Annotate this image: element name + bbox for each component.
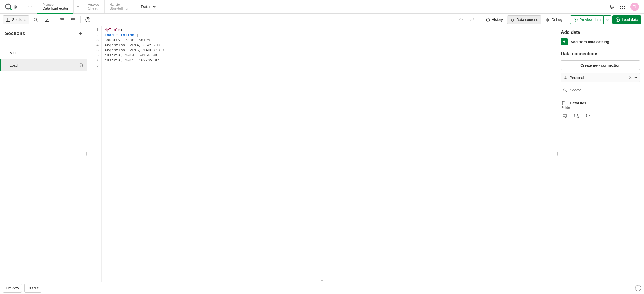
svg-rect-4 [622,5,623,5]
code-editor[interactable]: 1 2 3 4 5 6 7 8 MyTable: Load * Inline [… [87,26,557,282]
tab-narrate[interactable]: Narrate Storytelling [105,0,133,13]
load-data-label: Load data [622,17,638,22]
delete-section-button[interactable] [79,63,83,67]
collapse-data-panel-handle[interactable]: || [557,150,557,158]
history-button[interactable]: History [482,15,506,24]
comment-toggle-button[interactable] [42,15,52,24]
svg-rect-10 [622,8,623,9]
svg-line-33 [548,21,549,21]
drag-handle-icon[interactable]: ⠿ [4,50,7,55]
svg-rect-5 [624,5,625,5]
app-name-dropdown[interactable]: Data [133,0,164,13]
refresh-connection-button[interactable] [586,114,590,118]
connection-type: Folder [561,106,640,110]
indent-button[interactable] [57,15,67,24]
tab-analyze[interactable]: Analyze Sheet [83,0,104,13]
svg-point-36 [565,76,566,78]
section-label: Load [10,63,18,67]
svg-rect-16 [45,18,49,21]
tab-caret[interactable] [74,0,83,13]
comment-icon [45,18,49,22]
preview-data-button[interactable]: Preview data [570,15,604,24]
outdent-button[interactable] [68,15,78,24]
preview-icon [573,17,578,22]
svg-line-1 [10,8,11,10]
svg-rect-3 [620,5,621,5]
apps-grid-icon[interactable] [620,4,625,10]
section-item-main[interactable]: ⠿ Main [0,47,87,59]
insert-connection-button[interactable] [563,114,567,118]
folder-icon [562,101,567,105]
svg-line-32 [546,21,547,21]
create-connection-button[interactable]: Create new connection [561,60,640,70]
select-data-button[interactable] [574,114,579,118]
search-icon [33,17,38,22]
svg-line-17 [46,19,47,21]
avatar[interactable]: TL [630,3,639,11]
bottom-bar: Preview Output i [0,282,644,294]
space-selector[interactable]: Personal ✕ [561,73,640,82]
tab-prepare-bottom: Data load editor [43,6,68,10]
qlik-logo[interactable]: lik [0,0,28,13]
preview-tab-button[interactable]: Preview [3,284,22,293]
plug-icon [510,17,515,22]
topbar: lik ··· Prepare Data load editor Analyze… [0,0,644,14]
tab-narrate-bottom: Storytelling [110,6,128,10]
svg-point-37 [564,89,566,91]
connection-search-input[interactable] [570,88,638,92]
space-caret[interactable] [634,76,638,79]
debug-button[interactable]: Debug [542,15,565,24]
indent-icon [59,18,64,22]
sections-toggle-button[interactable]: Sections [3,15,29,24]
space-name: Personal [570,76,584,80]
clear-space-button[interactable]: ✕ [629,76,632,80]
help-button[interactable] [83,15,93,24]
add-section-button[interactable]: + [78,30,82,37]
add-data-title: Add data [561,30,640,35]
history-icon [485,17,490,22]
section-item-load[interactable]: ⠿ Load [0,59,87,71]
debug-label: Debug [552,17,562,22]
tab-analyze-bottom: Sheet [88,6,99,10]
data-sources-button[interactable]: Data sources [507,15,541,24]
connection-search[interactable] [561,85,640,95]
collapse-editor-handle[interactable]: ═ [321,279,323,282]
history-label: History [492,17,503,22]
sections-title: Sections [5,31,25,36]
output-tab-button[interactable]: Output [24,284,41,293]
outdent-icon [71,18,75,22]
preview-data-caret[interactable] [604,15,611,24]
section-label: Main [10,51,17,55]
tab-prepare[interactable]: Prepare Data load editor [37,0,74,13]
load-data-button[interactable]: Load data [612,15,641,24]
code-content[interactable]: MyTable: Load * Inline [ Country, Year, … [101,26,557,282]
preview-data-label: Preview data [579,17,601,22]
connection-item[interactable]: DataFiles [561,99,640,106]
svg-rect-6 [620,6,621,7]
undo-button[interactable] [456,15,466,24]
person-icon [563,76,567,79]
sections-panel: Sections + ⠿ Main ⠿ Load || [0,26,87,282]
svg-rect-9 [620,8,621,9]
gutter: 1 2 3 4 5 6 7 8 [87,26,101,282]
bug-icon [545,17,550,22]
app-more-icon[interactable]: ··· [28,0,37,13]
panel-icon [6,18,10,22]
svg-rect-7 [622,6,623,7]
info-button[interactable]: i [635,285,641,291]
add-from-catalog-label: Add from data catalog [570,40,609,44]
svg-rect-11 [624,8,625,9]
redo-button[interactable] [467,15,478,24]
svg-point-14 [34,18,37,21]
drag-handle-icon[interactable]: ⠿ [4,63,7,67]
redo-icon [470,17,475,22]
data-panel: || Add data + Add from data catalog Data… [557,26,644,282]
play-circle-icon [616,17,620,22]
add-from-catalog-button[interactable]: + Add from data catalog [561,38,640,45]
tab-prepare-top: Prepare [43,3,68,6]
svg-line-18 [47,19,48,21]
search-button[interactable] [30,15,41,24]
bell-icon[interactable] [609,4,615,10]
chevron-down-icon [152,5,156,9]
svg-point-26 [88,21,88,21]
